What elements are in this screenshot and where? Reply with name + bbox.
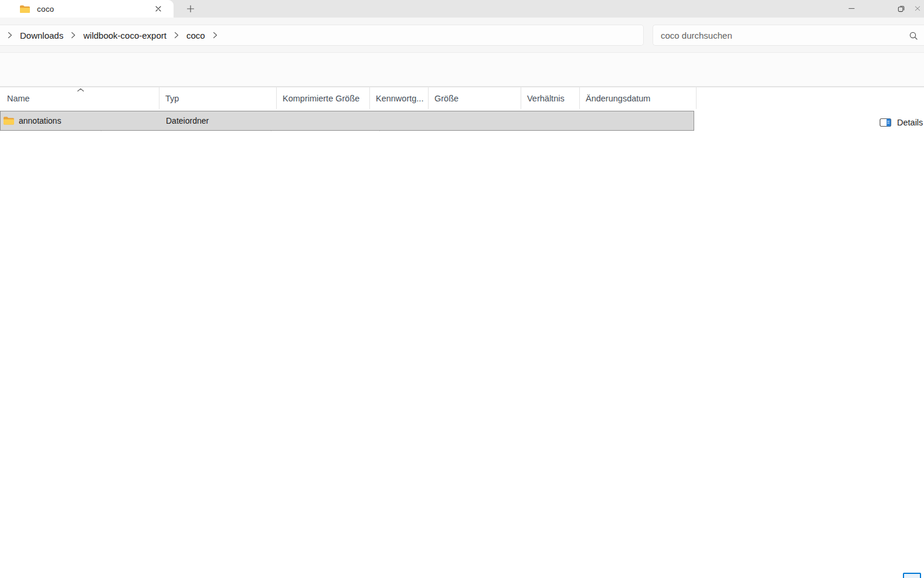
minimize-button[interactable] (838, 0, 865, 16)
sort-ascending-indicator-icon (77, 88, 84, 92)
tab-coco[interactable]: coco (0, 0, 174, 18)
details-pane-icon (879, 117, 892, 128)
column-header-groesse[interactable]: Größe (429, 87, 521, 109)
column-header-kennwortgeschuetzt[interactable]: Kennwortg... (370, 87, 429, 109)
column-header-label: Größe (434, 94, 458, 103)
column-header-verhaeltnis[interactable]: Verhältnis (521, 87, 580, 109)
details-pane-button[interactable]: Details (875, 112, 924, 133)
column-header-label: Verhältnis (527, 94, 565, 103)
file-type-cell: Dateiordner (160, 116, 277, 125)
chevron-right-icon (4, 32, 16, 39)
column-header-label: Änderungsdatum (586, 94, 650, 103)
column-header-label: Typ (165, 94, 179, 103)
chevron-right-icon (209, 32, 222, 39)
folder-icon (19, 5, 30, 13)
search-icon (909, 31, 918, 40)
close-button[interactable] (915, 0, 924, 16)
toolbar: A (0, 53, 924, 87)
breadcrumb-item-coco[interactable]: coco (183, 28, 209, 43)
search-box (653, 25, 924, 46)
column-headers: Name Typ Komprimierte Größe Kennwortg...… (0, 87, 924, 109)
address-row: Downloads wildbook-coco-export coco (0, 18, 924, 53)
tab-bar: coco (0, 0, 924, 18)
address-bar[interactable]: Downloads wildbook-coco-export coco (0, 25, 644, 46)
window-controls (838, 0, 924, 18)
new-tab-button[interactable] (183, 2, 198, 16)
breadcrumb-item-downloads[interactable]: Downloads (16, 28, 67, 43)
column-header-komprimierte-groesse[interactable]: Komprimierte Größe (277, 87, 370, 109)
column-header-label: Name (7, 94, 30, 103)
file-explorer-window: { "window": { "tab_title": "coco" }, "br… (0, 0, 924, 578)
chevron-right-icon (170, 32, 183, 39)
search-input[interactable] (653, 25, 924, 45)
details-pane-label: Details (897, 118, 923, 127)
tab-title: coco (37, 5, 54, 13)
file-name: annotations (19, 116, 61, 125)
file-name-cell: annotations (1, 116, 160, 125)
file-row-annotations[interactable]: annotations Dateiordner (0, 111, 694, 131)
column-header-label: Komprimierte Größe (283, 94, 359, 103)
column-header-label: Kennwortg... (376, 94, 423, 103)
tab-close-icon[interactable] (151, 2, 165, 15)
column-header-typ[interactable]: Typ (159, 87, 277, 109)
restore-button[interactable] (888, 0, 915, 16)
column-header-aenderungsdatum[interactable]: Änderungsdatum (580, 87, 697, 109)
partial-focused-element[interactable] (903, 573, 921, 578)
chevron-right-icon (67, 32, 80, 39)
breadcrumb-item-wildbook-coco-export[interactable]: wildbook-coco-export (80, 28, 170, 43)
folder-icon (3, 116, 15, 125)
